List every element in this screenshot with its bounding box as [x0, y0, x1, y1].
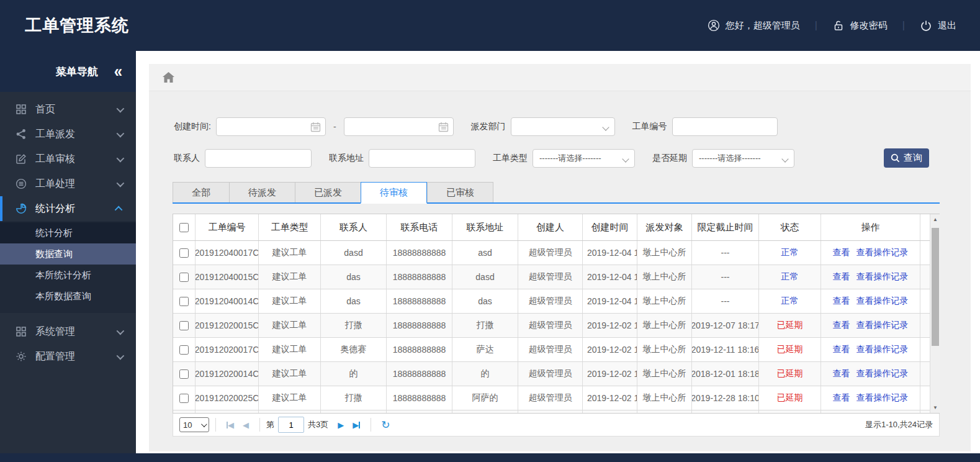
sidebar-item-label: 首页: [35, 103, 55, 116]
created-time-start-field[interactable]: [216, 117, 326, 136]
search-button[interactable]: 查询: [884, 148, 929, 168]
sidebar-item-system[interactable]: 系统管理: [0, 319, 136, 344]
tab-pending-review[interactable]: 待审核: [361, 182, 427, 204]
tab-all[interactable]: 全部: [173, 182, 229, 202]
sidebar-item-review[interactable]: 工单审核: [0, 147, 136, 171]
sidebar-subitem-statistics[interactable]: 统计分析: [0, 222, 136, 243]
record-summary: 显示1-10,共24记录: [865, 419, 933, 430]
calendar-icon[interactable]: [310, 122, 321, 132]
tab-reviewed[interactable]: 已审核: [427, 182, 493, 202]
cell-address: asd: [452, 241, 518, 265]
row-checkbox[interactable]: [179, 394, 189, 403]
sidebar-subitem-local-data-query[interactable]: 本所数据查询: [0, 286, 136, 307]
sidebar-item-home[interactable]: 首页: [0, 97, 136, 122]
order-type-select[interactable]: -------请选择-------: [533, 149, 635, 168]
calendar-icon[interactable]: [438, 122, 449, 132]
created-time-end-input[interactable]: [344, 118, 453, 135]
change-password-link[interactable]: 修改密码: [832, 19, 888, 32]
tab-pending-dispatch[interactable]: 待派发: [229, 182, 295, 202]
view-log-link[interactable]: 查看操作记录: [856, 320, 909, 331]
cell-creator: 超级管理员: [518, 362, 583, 386]
address-field[interactable]: [369, 149, 475, 168]
view-log-link[interactable]: 查看操作记录: [856, 247, 909, 258]
view-log-link[interactable]: 查看操作记录: [856, 271, 909, 283]
header-divider: |: [811, 20, 821, 31]
view-link[interactable]: 查看: [833, 247, 850, 258]
table-scrollbar[interactable]: ▲ ▼: [930, 214, 940, 413]
address-input[interactable]: [369, 150, 475, 167]
contact-label: 联系人: [174, 153, 200, 164]
app-window: 工单管理系统 您好，超级管理员 | 修改密码 | 退出: [0, 0, 980, 462]
view-link[interactable]: 查看: [833, 344, 850, 355]
next-page-button[interactable]: ▶: [333, 420, 348, 430]
tab-dispatched[interactable]: 已派发: [295, 182, 361, 202]
cell-deadline: 2019-12-11 18:16: [692, 338, 759, 361]
scroll-up-icon[interactable]: ▲: [930, 217, 940, 222]
filter-row-2: 联系人 联系地址 工单类型 -------请选择-------: [149, 148, 971, 168]
cell-phone: 18888888888: [387, 265, 452, 289]
sidebar-subitem-data-query[interactable]: 数据查询: [0, 243, 136, 265]
row-checkbox[interactable]: [179, 248, 189, 258]
scrollbar-thumb[interactable]: [932, 228, 939, 346]
sidebar-item-dispatch[interactable]: 工单派发: [0, 122, 136, 147]
row-checkbox[interactable]: [179, 273, 189, 282]
view-log-link[interactable]: 查看操作记录: [856, 296, 909, 307]
grid-icon: [15, 325, 27, 338]
view-link[interactable]: 查看: [833, 392, 850, 404]
sidebar-item-label: 配置管理: [35, 350, 75, 363]
select-all-checkbox[interactable]: [179, 223, 189, 232]
sidebar-item-statistics[interactable]: 统计分析: [0, 196, 136, 221]
contact-input[interactable]: [205, 150, 311, 167]
cell-phone: 18888888888: [387, 241, 452, 265]
sidebar-item-process[interactable]: 工单处理: [0, 171, 136, 196]
cell-created: 2019-12-04 15: [583, 289, 637, 313]
collapse-sidebar-icon[interactable]: «: [114, 63, 122, 80]
user-greeting[interactable]: 您好，超级管理员: [708, 19, 800, 32]
row-checkbox[interactable]: [179, 345, 189, 355]
cell-target: 墩上中心所: [637, 386, 692, 410]
refresh-icon[interactable]: ↻: [377, 419, 393, 432]
view-link[interactable]: 查看: [833, 368, 850, 379]
home-icon[interactable]: [163, 72, 174, 83]
view-link[interactable]: 查看: [833, 271, 850, 283]
row-checkbox[interactable]: [179, 297, 189, 306]
logout-link[interactable]: 退出: [920, 19, 956, 32]
order-type-label: 工单类型: [493, 153, 528, 164]
pagination-bar: 10 ◀ ◀ 第 共3页 ▶ ▶ ↻ 显示1-10,共24记录: [173, 414, 940, 437]
cell-deadline: 2019-12-28 18:10: [692, 386, 759, 410]
view-log-link[interactable]: 查看操作记录: [856, 368, 909, 379]
page-number-input[interactable]: [278, 417, 304, 433]
last-page-button[interactable]: ▶: [348, 420, 364, 430]
scroll-down-icon[interactable]: ▼: [930, 405, 940, 410]
sidebar-item-config[interactable]: 配置管理: [0, 344, 136, 369]
contact-field[interactable]: [205, 149, 312, 168]
delayed-select[interactable]: -------请选择-------: [692, 149, 794, 168]
cell-status: 已延期: [759, 314, 821, 337]
cell-target: 墩上中心所: [637, 265, 692, 289]
order-no-field[interactable]: [672, 117, 778, 136]
created-time-end-field[interactable]: [344, 117, 454, 136]
row-checkbox[interactable]: [179, 321, 189, 330]
cell-address: [452, 410, 518, 413]
prev-page-button[interactable]: ◀: [238, 420, 253, 430]
sidebar-subitem-local-statistics[interactable]: 本所统计分析: [0, 265, 136, 286]
dispatch-dept-select[interactable]: [511, 117, 615, 136]
view-link[interactable]: 查看: [833, 296, 850, 307]
view-log-link[interactable]: 查看操作记录: [856, 392, 909, 404]
cell-deadline: [692, 410, 759, 413]
cell-deadline: ---: [692, 241, 759, 265]
row-checkbox[interactable]: [179, 369, 189, 379]
cell-order-type: 建议工单: [259, 289, 321, 313]
sidebar-item-label: 工单派发: [35, 128, 75, 141]
first-page-button[interactable]: ◀: [222, 420, 238, 430]
view-link[interactable]: 查看: [833, 320, 850, 331]
view-log-link[interactable]: 查看操作记录: [856, 344, 909, 355]
dispatch-dept-label: 派发部门: [471, 121, 506, 132]
table-row: 201912040014C 建议工单 das 18888888888 das 超…: [173, 289, 930, 314]
order-no-input[interactable]: [673, 118, 777, 135]
delayed-value: -------请选择-------: [699, 153, 761, 164]
work-order-table: 工单编号 工单类型 联系人 联系电话 联系地址 创建人 创建时间 派发对象 限定…: [173, 214, 940, 414]
page-size-select[interactable]: 10: [179, 417, 209, 432]
breadcrumb: [149, 64, 971, 91]
created-time-start-input[interactable]: [217, 118, 325, 135]
